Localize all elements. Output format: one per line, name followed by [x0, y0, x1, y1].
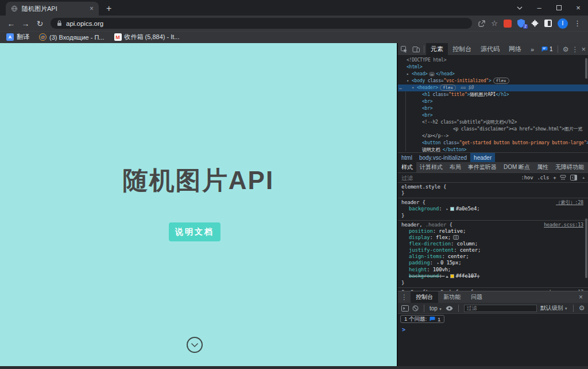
- flex-editor-icon[interactable]: [453, 235, 459, 240]
- elements-tree-line[interactable]: <br>: [398, 98, 588, 105]
- browser-tab[interactable]: 随机图片API ×: [6, 2, 99, 16]
- stylesheet-source-link[interactable]: header.scss:13: [544, 222, 583, 228]
- toggle-class-button[interactable]: .cls: [537, 175, 549, 180]
- shield-extension-icon[interactable]: 2: [517, 19, 525, 28]
- css-property[interactable]: align-items: center;: [401, 253, 585, 260]
- scroll-down-button[interactable]: [187, 337, 203, 353]
- clear-console-icon[interactable]: [412, 305, 419, 312]
- rule-selector[interactable]: element.style {: [401, 184, 585, 190]
- settings-gear-icon[interactable]: ⚙: [563, 45, 569, 53]
- elements-tree-line[interactable]: </a></p-->: [398, 133, 588, 140]
- execution-context-selector[interactable]: top▼: [430, 305, 442, 312]
- css-property[interactable]: position: relative;: [401, 228, 585, 235]
- breadcrumb-header[interactable]: header: [470, 153, 495, 162]
- devtools-menu-icon[interactable]: ⋮: [571, 45, 578, 53]
- bookmark-star-icon[interactable]: ☆: [491, 19, 498, 28]
- devtools-tab-elements[interactable]: 元素: [426, 43, 448, 55]
- tab-properties[interactable]: 属性: [533, 162, 552, 172]
- extensions-puzzle-icon[interactable]: [531, 20, 539, 27]
- devtools-tab-console[interactable]: 控制台: [448, 43, 476, 55]
- reload-button[interactable]: ↻: [33, 19, 47, 28]
- expand-arrow-icon[interactable]: ▾: [412, 84, 417, 91]
- css-property[interactable]: display: flex;: [401, 235, 585, 241]
- elements-tree-line[interactable]: ▸<head>…</head>: [398, 71, 588, 78]
- css-property[interactable]: justify-content: center;: [401, 247, 585, 253]
- devtools-tab-network[interactable]: 网络: [504, 43, 526, 55]
- issues-counter-button[interactable]: 1: [541, 46, 553, 52]
- styles-scrollbar-thumb[interactable]: [585, 218, 587, 278]
- elements-tree-line[interactable]: …▾<header>flex== $0: [398, 84, 588, 91]
- console-settings-gear-icon[interactable]: ⚙: [579, 304, 585, 312]
- lock-icon[interactable]: [57, 20, 62, 26]
- red-extension-icon[interactable]: [504, 20, 512, 28]
- elements-tree-line[interactable]: <h1 class="title">随机图片API</h1>: [398, 91, 588, 98]
- live-expression-eye-icon[interactable]: [446, 306, 453, 311]
- console-prompt[interactable]: >: [398, 324, 588, 335]
- css-property[interactable]: padding: ▸0 15px;: [401, 260, 585, 267]
- browser-menu-icon[interactable]: ⋮: [574, 19, 581, 28]
- css-property[interactable]: height: 100vh;: [401, 267, 585, 273]
- elements-tree-line[interactable]: <html>: [398, 64, 588, 71]
- collapse-arrow-icon[interactable]: ▸: [407, 71, 412, 78]
- elements-tree-line[interactable]: <!DOCTYPE html>: [398, 57, 588, 64]
- styles-filter-input[interactable]: [401, 175, 517, 181]
- elements-tree-line[interactable]: <p class="disclaimer"><a href="show.html…: [398, 126, 588, 133]
- drawer-tab-console[interactable]: 控制台: [411, 291, 438, 303]
- elements-tree-line[interactable]: ▾<body class="vsc-initialized">flex: [398, 78, 588, 84]
- devtools-close-icon[interactable]: ×: [581, 45, 586, 53]
- expand-arrow-icon[interactable]: ▸: [446, 207, 448, 212]
- maximize-button[interactable]: [549, 0, 568, 16]
- scroll-up-arrow-icon[interactable]: ▴: [581, 175, 585, 180]
- elements-tree-line[interactable]: <button class="get-started button button…: [398, 140, 588, 147]
- expand-arrow-icon[interactable]: ▾: [407, 78, 412, 84]
- expand-arrow-icon[interactable]: ▸: [446, 274, 448, 279]
- new-style-rule-button[interactable]: +: [553, 175, 556, 180]
- devtools-tab-sources[interactable]: 源代码: [476, 43, 504, 55]
- device-toolbar-icon[interactable]: [410, 46, 422, 53]
- close-window-button[interactable]: ×: [568, 0, 588, 16]
- window-menu-chevron-icon[interactable]: [510, 0, 529, 16]
- tab-close-icon[interactable]: ×: [90, 5, 94, 12]
- elements-tree-line[interactable]: <!--h2 class="subtitle">说明文档</h2>: [398, 119, 588, 126]
- forward-button[interactable]: →: [18, 19, 33, 28]
- drawer-close-icon[interactable]: ×: [574, 293, 588, 301]
- issues-summary-button[interactable]: 1 个问题: 1: [400, 315, 444, 323]
- bookmark-gmail[interactable]: M 收件箱 (5,884) - It...: [114, 33, 180, 41]
- color-swatch[interactable]: [450, 207, 454, 211]
- devtools-more-tabs-icon[interactable]: »: [526, 43, 539, 55]
- console-filter-input[interactable]: [464, 305, 537, 312]
- tab-event-listeners[interactable]: 事件监听器: [465, 162, 500, 172]
- stylesheet-source-link[interactable]: base.scss:17: [550, 289, 583, 291]
- new-tab-button[interactable]: +: [106, 5, 111, 13]
- drawer-menu-icon[interactable]: ⋮: [398, 293, 411, 301]
- toggle-hover-state-button[interactable]: :hov: [521, 175, 533, 180]
- tab-styles[interactable]: 样式: [398, 162, 416, 172]
- back-button[interactable]: ←: [4, 19, 18, 28]
- elements-tree-line[interactable]: <br>: [398, 105, 588, 112]
- profile-avatar[interactable]: I: [558, 18, 568, 29]
- share-icon[interactable]: [478, 20, 485, 27]
- tab-dom-breakpoints[interactable]: DOM 断点: [500, 162, 533, 172]
- url-text[interactable]: api.opics.org: [66, 20, 103, 27]
- css-property[interactable]: background: ▸#ffc107;: [401, 273, 585, 280]
- console-sidebar-toggle-icon[interactable]: [401, 305, 409, 312]
- inspect-element-icon[interactable]: [398, 45, 410, 53]
- tab-layout[interactable]: 布局: [446, 162, 465, 172]
- stylesheet-source-link[interactable]: （索引）:28: [556, 199, 583, 206]
- breadcrumb-html[interactable]: html: [398, 153, 416, 162]
- log-levels-dropdown[interactable]: 默认级别▼: [540, 304, 568, 312]
- tab-computed[interactable]: 计算样式: [416, 162, 446, 172]
- tab-accessibility[interactable]: 无障碍功能: [552, 162, 587, 172]
- css-property[interactable]: background: ▸#a0e5e4;: [401, 206, 585, 213]
- drawer-tab-issues[interactable]: 问题: [466, 291, 488, 303]
- rendering-emulation-icon[interactable]: [560, 175, 566, 180]
- split-view-extension-icon[interactable]: [544, 20, 552, 27]
- color-swatch[interactable]: [450, 274, 454, 278]
- expand-arrow-icon[interactable]: ▸: [437, 261, 439, 266]
- drawer-tab-whats-new[interactable]: 新功能: [438, 291, 466, 303]
- computed-sidebar-toggle-icon[interactable]: [570, 175, 577, 180]
- doc-button[interactable]: 说明文档: [169, 222, 220, 241]
- bookmark-mail[interactable]: @ (3) Входящие - П...: [39, 33, 105, 41]
- address-bar[interactable]: api.opics.org: [51, 18, 472, 29]
- elements-tree-line[interactable]: <br>: [398, 112, 588, 119]
